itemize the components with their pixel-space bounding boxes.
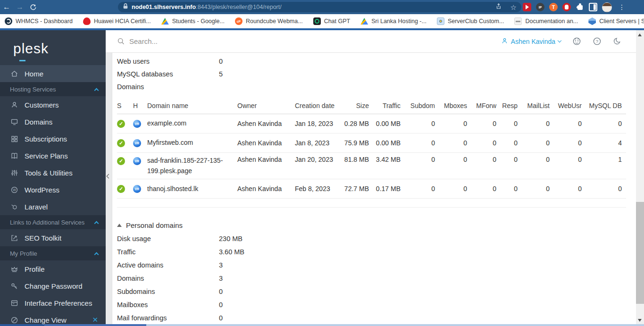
extension-ip-lookup-icon[interactable]: IP	[536, 3, 544, 11]
serverclub-favicon	[437, 17, 444, 25]
slash-circle-icon	[10, 316, 18, 324]
stat-value: 0	[219, 58, 223, 65]
bookmark-client-servers[interactable]: Client Servers | Serv...	[588, 17, 644, 25]
summary-row: Mail forwardings0	[117, 311, 636, 325]
sidebar-item-subscriptions[interactable]: Subscriptions	[0, 130, 106, 147]
extensions-row: IP T ⋮	[523, 0, 627, 14]
user-name: Ashen Kavinda	[511, 38, 555, 45]
scroll-down-icon[interactable]	[638, 319, 642, 322]
bottom-edge-mid-segment	[44, 324, 146, 326]
personal-domains-header[interactable]: Personal domains	[117, 218, 636, 232]
sidebar-item-customers[interactable]: Customers	[0, 96, 106, 113]
plesk-logo-underscore	[19, 60, 25, 61]
extension-red-arrow-icon[interactable]	[523, 3, 531, 11]
sidebar-item-home[interactable]: Home	[0, 65, 106, 82]
sidebar-item-profile[interactable]: Profile	[0, 260, 106, 277]
sidebar-item-laravel[interactable]: Laravel	[0, 198, 106, 215]
collapse-triangle-icon	[117, 224, 122, 227]
bookmark-star-icon[interactable]: ☆	[510, 4, 517, 11]
bookmark-students-drive[interactable]: Students - Google...	[161, 17, 225, 25]
status-ok-icon: ✓	[117, 120, 125, 128]
sidebar-item-domains[interactable]: Domains	[0, 113, 106, 130]
bookmark-serverclub[interactable]: ServerClub Custom...	[437, 17, 504, 25]
sidebar-collapse-handle[interactable]	[106, 53, 112, 326]
stat-value: 5	[219, 70, 223, 78]
browser-menu-icon[interactable]: ⋮	[617, 3, 627, 11]
chevron-up-icon	[94, 221, 99, 226]
forward-icon[interactable]: →	[13, 3, 26, 11]
url-text: node01.slhservers.info:8443/plesk/resell…	[132, 4, 282, 10]
domains-section-label: Domains	[117, 80, 636, 93]
bookmark-whmcs[interactable]: WHMCS - Dashboard	[5, 17, 73, 25]
bookmark-chatgpt[interactable]: Chat GPT	[313, 17, 351, 25]
sidebar-section-hosting-services[interactable]: Hosting Services	[0, 82, 106, 96]
sidebar-item-change-password[interactable]: Change Password	[0, 277, 106, 294]
sidebar-item-interface-preferences[interactable]: Interface Preferences	[0, 294, 106, 311]
extension-blocker-hand-icon[interactable]	[562, 3, 571, 11]
share-icon[interactable]	[495, 3, 502, 12]
sidebar-item-service-plans[interactable]: Service Plans	[0, 147, 106, 164]
sidebar-item-seo-toolkit[interactable]: SEO Toolkit	[0, 229, 106, 246]
chevron-up-icon	[94, 88, 99, 92]
scroll-up-icon[interactable]	[638, 33, 642, 36]
bookmark-huawei[interactable]: Huawei HCIA Certifi...	[83, 17, 151, 25]
feedback-mask-icon[interactable]	[572, 37, 581, 46]
browser-profile-avatar[interactable]	[602, 2, 612, 12]
sidebar-section-additional-services[interactable]: Links to Additional Services	[0, 215, 106, 229]
laravel-icon	[10, 202, 18, 211]
stat-row: Web users0	[117, 55, 636, 67]
customers-icon	[10, 100, 18, 109]
status-ok-icon: ✓	[117, 139, 125, 147]
extensions-puzzle-icon[interactable]	[576, 3, 584, 11]
table-row: ✓ VR sad-franklin.185-227-135-199.plesk.…	[117, 153, 626, 179]
back-icon[interactable]: ←	[0, 3, 13, 11]
svg-text:?: ?	[596, 39, 598, 44]
help-icon[interactable]: ?	[593, 37, 602, 46]
search-icon	[117, 37, 125, 45]
plesk-header: Ashen Kavinda ?	[106, 30, 636, 53]
browser-toolbar: ← → node01.slhservers.info:8443/plesk/re…	[0, 0, 644, 14]
domains-table: S H Domain name Owner Creation date Size…	[117, 97, 626, 208]
hosting-type-icon: VR	[133, 157, 141, 165]
sidebar-item-tools-utilities[interactable]: Tools & Utilities	[0, 164, 106, 181]
person-icon	[501, 37, 508, 46]
search-input[interactable]	[129, 37, 327, 45]
sliders-icon	[10, 168, 18, 177]
svg-text:W: W	[13, 188, 16, 192]
bookmark-sri-lanka-hosting[interactable]: Sri Lanka Hosting -...	[360, 17, 427, 25]
book-icon	[10, 151, 18, 160]
summary-row: Domains3	[117, 272, 636, 285]
sidebar-item-wordpress[interactable]: W WordPress	[0, 181, 106, 198]
bookmarks-bar: WHMCS - Dashboard Huawei HCIA Certifi...…	[0, 14, 644, 28]
wordpress-icon: W	[10, 185, 18, 194]
user-menu[interactable]: Ashen Kavinda	[501, 37, 561, 46]
sidebar-section-my-profile[interactable]: My Profile	[0, 246, 106, 260]
chevron-up-icon	[94, 252, 99, 257]
lock-icon	[123, 3, 128, 11]
dark-mode-moon-icon[interactable]	[613, 37, 622, 46]
chevron-down-icon	[558, 39, 561, 42]
address-bar[interactable]: node01.slhservers.info:8443/plesk/resell…	[118, 2, 521, 12]
extension-t-icon[interactable]: T	[549, 3, 558, 11]
summary-row: Active domains3	[117, 259, 636, 272]
summary-row: Disk usage230 MB	[117, 232, 636, 245]
reload-icon[interactable]	[26, 3, 40, 11]
huawei-favicon	[83, 17, 91, 25]
summary-row: Traffic3.60 MB	[117, 245, 636, 259]
summary-row: Subdomains0	[117, 285, 636, 298]
bookmark-documentation[interactable]: Documentation an...	[514, 17, 578, 25]
hosting-type-icon: VR	[133, 120, 141, 128]
plesk-logo[interactable]: plesk	[0, 30, 106, 65]
summary-row: Mailboxes0	[117, 298, 636, 311]
bookmark-roundcube[interactable]: cPRoundcube Webma...	[235, 17, 303, 25]
report-content: Web users0 MySQL databases5 Domains S H …	[112, 53, 636, 326]
page-scrollbar[interactable]	[636, 30, 644, 326]
change-view-close-icon[interactable]: ✕	[92, 316, 98, 324]
table-row: ✓ VR Myfirstweb.com Ashen Kavinda Jan 8,…	[117, 134, 626, 153]
crown-icon	[10, 265, 18, 273]
key-icon	[10, 282, 18, 290]
chatgpt-favicon	[313, 17, 321, 25]
scrollbar-thumb[interactable]	[636, 202, 644, 304]
hosting-type-icon: VR	[133, 139, 141, 147]
side-panel-icon[interactable]	[589, 3, 597, 11]
